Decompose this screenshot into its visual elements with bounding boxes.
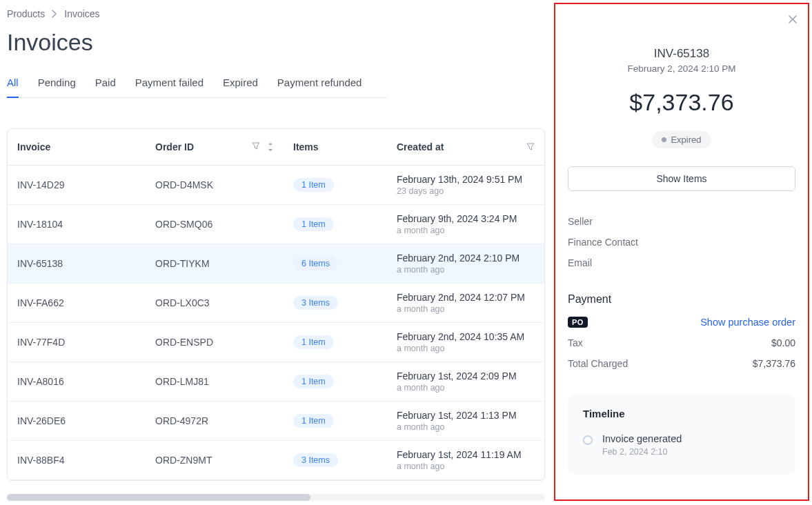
th-created[interactable]: Created at — [387, 129, 544, 166]
th-items-label: Items — [293, 141, 319, 152]
cell-invoice: INV-A8016 — [8, 362, 146, 402]
total-charged-label: Total Charged — [568, 358, 628, 369]
tab-payment-failed[interactable]: Payment failed — [135, 72, 204, 98]
invoices-table: Invoice Order ID — [7, 128, 545, 481]
th-invoice-label: Invoice — [17, 141, 50, 152]
timeline-card: Timeline Invoice generatedFeb 2, 2024 2:… — [568, 394, 795, 475]
th-order[interactable]: Order ID — [146, 129, 284, 166]
cell-invoice: INV-18104 — [8, 205, 146, 244]
cell-items: 1 Item — [284, 166, 387, 205]
tab-pending[interactable]: Pending — [38, 72, 76, 98]
cell-created: February 9th, 2024 3:24 PMa month ago — [387, 205, 544, 244]
status-label: Expired — [671, 135, 701, 145]
table-row[interactable]: INV-88BF4ORD-ZN9MT3 ItemsFebruary 1st, 2… — [8, 441, 544, 480]
timeline-item: Invoice generatedFeb 2, 2024 2:10 — [583, 433, 780, 457]
tab-paid[interactable]: Paid — [95, 72, 116, 98]
cell-invoice: INV-14D29 — [8, 166, 146, 205]
total-charged-value: $7,373.76 — [753, 358, 795, 369]
items-pill: 6 Items — [293, 257, 338, 270]
breadcrumb-current: Invoices — [64, 8, 99, 19]
filter-icon[interactable] — [252, 142, 260, 152]
sort-icon[interactable] — [267, 142, 274, 152]
cell-order: ORD-4972R — [146, 402, 284, 441]
items-pill: 1 Item — [293, 178, 334, 192]
cell-order: ORD-SMQ06 — [146, 205, 284, 244]
filter-icon[interactable] — [526, 143, 535, 151]
panel-invoice-amount: $7,373.76 — [568, 89, 795, 116]
cell-order: ORD-D4MSK — [146, 166, 284, 205]
show-items-button[interactable]: Show Items — [568, 166, 795, 191]
horizontal-scrollbar[interactable] — [7, 494, 545, 501]
table-row[interactable]: INV-A8016ORD-LMJ811 ItemFebruary 1st, 20… — [8, 362, 544, 402]
close-icon[interactable] — [787, 14, 798, 25]
cell-created: February 1st, 2024 1:13 PMa month ago — [387, 402, 544, 441]
cell-items: 6 Items — [284, 244, 387, 284]
items-pill: 1 Item — [293, 375, 334, 388]
status-dot-icon — [662, 137, 666, 142]
items-pill: 3 Items — [293, 453, 338, 467]
po-badge: PO — [568, 317, 588, 328]
cell-order: ORD-ENSPD — [146, 323, 284, 362]
items-pill: 1 Item — [293, 414, 334, 428]
cell-invoice: INV-FA662 — [8, 284, 146, 323]
tax-value: $0.00 — [771, 337, 795, 348]
chevron-right-icon — [52, 10, 57, 18]
finance-contact-label: Finance Contact — [568, 237, 795, 248]
status-badge: Expired — [652, 131, 711, 148]
cell-items: 3 Items — [284, 441, 387, 480]
cell-items: 1 Item — [284, 205, 387, 244]
tab-all[interactable]: All — [7, 72, 19, 98]
items-pill: 1 Item — [293, 217, 334, 231]
cell-order: ORD-LX0C3 — [146, 284, 284, 323]
cell-invoice: INV-26DE6 — [8, 402, 146, 441]
cell-created: February 1st, 2024 2:09 PMa month ago — [387, 362, 544, 402]
page-title: Invoices — [7, 29, 545, 56]
payment-section-title: Payment — [568, 293, 795, 306]
items-pill: 1 Item — [293, 335, 334, 349]
th-created-label: Created at — [397, 141, 444, 152]
timeline-dot-icon — [583, 435, 593, 445]
cell-created: February 2nd, 2024 10:35 AMa month ago — [387, 323, 544, 362]
table-row[interactable]: INV-65138ORD-TIYKM6 ItemsFebruary 2nd, 2… — [8, 244, 544, 284]
th-order-label: Order ID — [155, 141, 194, 152]
email-label: Email — [568, 257, 795, 268]
cell-invoice: INV-88BF4 — [8, 441, 146, 480]
tabs: AllPendingPaidPayment failedExpiredPayme… — [7, 72, 388, 98]
panel-invoice-id: INV-65138 — [568, 47, 795, 61]
table-row[interactable]: INV-18104ORD-SMQ061 ItemFebruary 9th, 20… — [8, 205, 544, 244]
tab-expired[interactable]: Expired — [223, 72, 258, 98]
cell-order: ORD-ZN9MT — [146, 441, 284, 480]
items-pill: 3 Items — [293, 296, 338, 310]
cell-created: February 2nd, 2024 12:07 PMa month ago — [387, 284, 544, 323]
tax-label: Tax — [568, 337, 583, 348]
timeline-item-date: Feb 2, 2024 2:10 — [602, 447, 682, 457]
cell-invoice: INV-65138 — [8, 244, 146, 284]
breadcrumb-root[interactable]: Products — [7, 8, 45, 19]
table-row[interactable]: INV-77F4DORD-ENSPD1 ItemFebruary 2nd, 20… — [8, 323, 544, 362]
cell-invoice: INV-77F4D — [8, 323, 146, 362]
table-row[interactable]: INV-FA662ORD-LX0C33 ItemsFebruary 2nd, 2… — [8, 284, 544, 323]
cell-order: ORD-TIYKM — [146, 244, 284, 284]
cell-created: February 13th, 2024 9:51 PM23 days ago — [387, 166, 544, 205]
cell-items: 3 Items — [284, 284, 387, 323]
seller-label: Seller — [568, 216, 795, 227]
tab-payment-refunded[interactable]: Payment refunded — [277, 72, 362, 98]
table-row[interactable]: INV-26DE6ORD-4972R1 ItemFebruary 1st, 20… — [8, 402, 544, 441]
table-row[interactable]: INV-14D29ORD-D4MSK1 ItemFebruary 13th, 2… — [8, 166, 544, 205]
panel-invoice-date: February 2, 2024 2:10 PM — [568, 63, 795, 74]
cell-created: February 1st, 2024 11:19 AMa month ago — [387, 441, 544, 480]
th-items[interactable]: Items — [284, 129, 387, 166]
breadcrumb: Products Invoices — [7, 8, 545, 19]
cell-created: February 2nd, 2024 2:10 PMa month ago — [387, 244, 544, 284]
invoice-detail-panel: INV-65138 February 2, 2024 2:10 PM $7,37… — [554, 3, 809, 501]
scrollbar-thumb[interactable] — [7, 494, 310, 501]
cell-items: 1 Item — [284, 402, 387, 441]
show-purchase-order-link[interactable]: Show purchase order — [700, 317, 795, 328]
cell-items: 1 Item — [284, 362, 387, 402]
cell-items: 1 Item — [284, 323, 387, 362]
th-invoice[interactable]: Invoice — [8, 129, 146, 166]
timeline-item-title: Invoice generated — [602, 433, 682, 444]
timeline-title: Timeline — [583, 408, 780, 419]
cell-order: ORD-LMJ81 — [146, 362, 284, 402]
